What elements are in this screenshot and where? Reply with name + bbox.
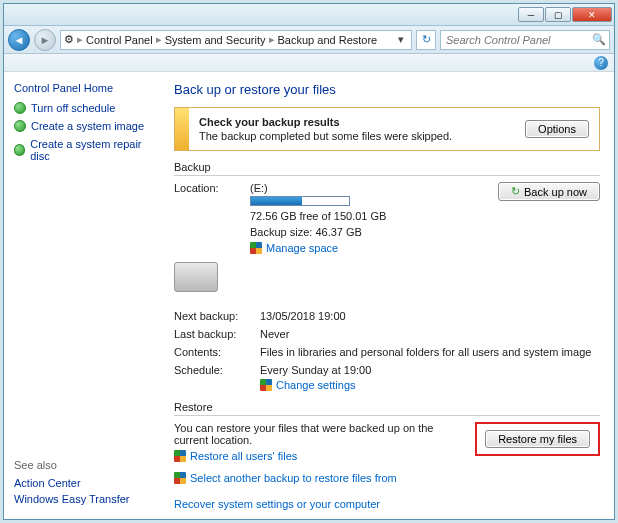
see-also-easy-transfer[interactable]: Windows Easy Transfer — [14, 493, 154, 505]
location-value: (E:) — [250, 182, 492, 194]
breadcrumb[interactable]: ⚙ ▸ Control Panel ▸ System and Security … — [60, 30, 412, 50]
check-results-msg: The backup completed but some files were… — [199, 130, 452, 142]
main-panel: Back up or restore your files Check your… — [164, 72, 614, 519]
restore-heading: Restore — [174, 401, 600, 416]
contents-value: Files in libraries and personal folders … — [260, 346, 600, 358]
contents-label: Contents: — [174, 346, 254, 358]
change-settings-link[interactable]: Change settings — [276, 379, 356, 391]
back-up-now-button[interactable]: ↻ Back up now — [498, 182, 600, 201]
sidebar-home[interactable]: Control Panel Home — [14, 82, 154, 94]
shield-icon — [174, 472, 186, 484]
next-backup-value: 13/05/2018 19:00 — [260, 310, 600, 322]
backup-heading: Backup — [174, 161, 600, 176]
select-another-backup-link[interactable]: Select another backup to restore files f… — [190, 472, 397, 484]
close-button[interactable]: ✕ — [572, 7, 612, 22]
last-backup-label: Last backup: — [174, 328, 254, 340]
search-input[interactable] — [444, 33, 584, 47]
maximize-button[interactable]: ▢ — [545, 7, 571, 22]
drive-icon — [174, 262, 218, 292]
task-icon — [14, 102, 26, 114]
task-icon — [14, 144, 25, 156]
recover-system-link[interactable]: Recover system settings or your computer — [174, 498, 467, 510]
refresh-button[interactable]: ↻ — [416, 30, 436, 50]
shield-icon — [250, 242, 262, 254]
manage-space-link[interactable]: Manage space — [266, 242, 338, 254]
shield-icon — [174, 450, 186, 462]
check-results-box: Check your backup results The backup com… — [174, 107, 600, 151]
task-icon — [14, 120, 26, 132]
backup-section: Backup Location: (E:) 72.56 GB free of 1… — [174, 161, 600, 391]
location-cell: (E:) 72.56 GB free of 150.01 GB Backup s… — [250, 182, 492, 254]
schedule-cell: Every Sunday at 19:00 Change settings — [260, 364, 600, 391]
restore-all-users-link[interactable]: Restore all users' files — [190, 450, 297, 462]
forward-button[interactable]: ► — [34, 29, 56, 51]
minimize-button[interactable]: ─ — [518, 7, 544, 22]
titlebar: ─ ▢ ✕ — [4, 4, 614, 26]
back-button[interactable]: ◄ — [8, 29, 30, 51]
location-icon: ⚙ — [64, 33, 74, 46]
warning-stripe — [175, 108, 189, 150]
page-title: Back up or restore your files — [174, 82, 600, 97]
toolbar-strip: ? — [4, 54, 614, 72]
free-space-text: 72.56 GB free of 150.01 GB — [250, 210, 492, 222]
crumb-control-panel[interactable]: Control Panel — [86, 34, 153, 46]
backup-now-icon: ↻ — [511, 185, 520, 198]
see-also-heading: See also — [14, 459, 154, 471]
schedule-label: Schedule: — [174, 364, 254, 391]
sidebar-link-create-repair-disc[interactable]: Create a system repair disc — [14, 138, 154, 162]
window: ─ ▢ ✕ ◄ ► ⚙ ▸ Control Panel ▸ System and… — [3, 3, 615, 520]
search-icon[interactable]: 🔍 — [592, 33, 606, 46]
shield-icon — [260, 379, 272, 391]
backup-size-text: Backup size: 46.37 GB — [250, 226, 492, 238]
last-backup-value: Never — [260, 328, 600, 340]
disk-usage-bar — [250, 196, 350, 206]
location-label: Location: — [174, 182, 244, 194]
options-button[interactable]: Options — [525, 120, 589, 138]
crumb-system-security[interactable]: System and Security — [165, 34, 266, 46]
schedule-value: Every Sunday at 19:00 — [260, 364, 600, 376]
sidebar: Control Panel Home Turn off schedule Cre… — [4, 72, 164, 519]
navbar: ◄ ► ⚙ ▸ Control Panel ▸ System and Secur… — [4, 26, 614, 54]
help-icon[interactable]: ? — [594, 56, 608, 70]
next-backup-label: Next backup: — [174, 310, 254, 322]
sidebar-link-create-system-image[interactable]: Create a system image — [14, 120, 154, 132]
restore-text: You can restore your files that were bac… — [174, 422, 467, 446]
see-also: See also Action Center Windows Easy Tran… — [14, 459, 154, 509]
crumb-backup-restore[interactable]: Backup and Restore — [278, 34, 378, 46]
restore-section: Restore You can restore your files that … — [174, 401, 600, 510]
backup-now-cell: ↻ Back up now — [498, 182, 600, 201]
restore-callout: Restore my files — [475, 422, 600, 456]
check-results-title: Check your backup results — [199, 116, 340, 128]
content: Control Panel Home Turn off schedule Cre… — [4, 72, 614, 519]
see-also-action-center[interactable]: Action Center — [14, 477, 154, 489]
search-box[interactable]: 🔍 — [440, 30, 610, 50]
sidebar-link-turn-off-schedule[interactable]: Turn off schedule — [14, 102, 154, 114]
restore-my-files-button[interactable]: Restore my files — [485, 430, 590, 448]
breadcrumb-dropdown[interactable]: ▾ — [394, 33, 408, 46]
